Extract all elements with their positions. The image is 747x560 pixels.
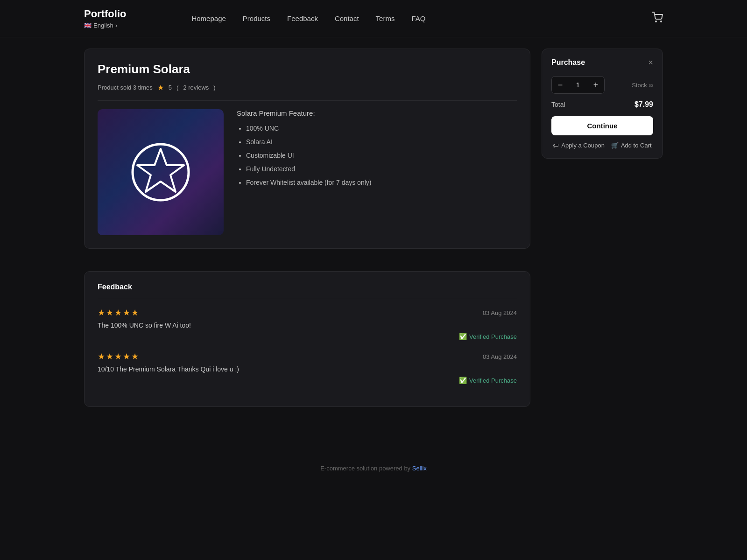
star-icon: ★ (157, 83, 164, 92)
continue-button[interactable]: Continue (551, 116, 653, 135)
purchase-panel: Purchase × − 1 + Stock ∞ Total $7.99 Con… (542, 49, 663, 159)
cart-add-icon: 🛒 (611, 142, 619, 149)
purchase-header: Purchase × (551, 58, 653, 67)
review-date: 03 Aug 2024 (483, 309, 517, 316)
review-stars: ★★★★★ (98, 308, 140, 318)
total-price: $7.99 (634, 100, 653, 109)
nav-link-terms[interactable]: Terms (376, 14, 395, 22)
stock-symbol: ∞ (649, 82, 653, 89)
footer-text: E-commerce solution powered by (320, 465, 410, 472)
language-selector[interactable]: 🇬🇧 English › (84, 22, 126, 29)
lang-flag: 🇬🇧 (84, 22, 92, 29)
features-list: 100% UNCSolara AICustomizable UIFully Un… (237, 124, 371, 188)
product-rating: 5 (169, 84, 172, 91)
lang-label: English (93, 22, 113, 29)
stock-label: Stock (632, 82, 647, 89)
feature-item: Customizable UI (246, 151, 371, 161)
verified-badge: ✅ Verified Purchase (98, 377, 517, 384)
nav-link-feedback[interactable]: Feedback (287, 14, 318, 22)
nav-links: Homepage Products Feedback Contact Terms… (191, 14, 652, 23)
product-features: Solara Premium Feature: 100% UNCSolara A… (237, 109, 371, 235)
nav-link-faq[interactable]: FAQ (411, 14, 425, 22)
verified-badge: ✅ Verified Purchase (98, 333, 517, 340)
purchase-actions: 🏷 Apply a Coupon 🛒 Add to Cart (551, 142, 653, 149)
review-count-value: 2 reviews (183, 84, 209, 91)
svg-point-0 (655, 21, 656, 22)
apply-coupon-link[interactable]: 🏷 Apply a Coupon (553, 142, 605, 149)
add-to-cart-label: Add to Cart (621, 142, 652, 149)
footer-brand-link[interactable]: Sellix (412, 465, 427, 472)
brand-title: Portfolio (84, 8, 126, 20)
review-count: ( (176, 84, 178, 91)
tag-icon: 🏷 (553, 142, 559, 149)
review-date: 03 Aug 2024 (483, 353, 517, 360)
review-text: The 100% UNC so fire W Ai too! (98, 322, 517, 329)
check-circle-icon: ✅ (459, 333, 467, 340)
close-button[interactable]: × (648, 58, 653, 67)
verified-label: Verified Purchase (469, 333, 517, 340)
nav-link-contact[interactable]: Contact (335, 14, 359, 22)
divider (98, 100, 517, 101)
total-label: Total (551, 101, 565, 108)
total-row: Total $7.99 (551, 100, 653, 109)
feature-item: Forever Whitelist available (for 7 days … (246, 178, 371, 188)
product-image (98, 109, 224, 235)
stock-info: Stock ∞ (632, 82, 653, 89)
features-title: Solara Premium Feature: (237, 109, 371, 117)
svg-point-2 (133, 144, 189, 200)
review-header: ★★★★★ 03 Aug 2024 (98, 308, 517, 318)
review-header: ★★★★★ 03 Aug 2024 (98, 351, 517, 362)
reviews-container: ★★★★★ 03 Aug 2024 The 100% UNC so fire W… (98, 308, 517, 384)
product-title: Premium Solara (98, 62, 517, 77)
verified-label: Verified Purchase (469, 377, 517, 384)
chevron-right-icon: › (115, 22, 117, 29)
cart-icon[interactable] (652, 12, 663, 26)
footer: E-commerce solution powered by Sellix (0, 446, 747, 490)
brand-logo[interactable]: Portfolio 🇬🇧 English › (84, 8, 126, 29)
svg-marker-3 (137, 149, 184, 192)
purchase-title: Purchase (551, 58, 585, 67)
review-text: 10/10 The Premium Solara Thanks Qui i lo… (98, 365, 517, 373)
nav-link-homepage[interactable]: Homepage (191, 14, 226, 22)
feature-item: Fully Undetected (246, 164, 371, 174)
check-circle-icon: ✅ (459, 377, 467, 384)
quantity-control[interactable]: − 1 + (551, 76, 605, 94)
feature-item: Solara AI (246, 137, 371, 147)
review-stars: ★★★★★ (98, 351, 140, 362)
quantity-increase-button[interactable]: + (587, 77, 604, 93)
quantity-decrease-button[interactable]: − (552, 77, 569, 93)
review-item: ★★★★★ 03 Aug 2024 10/10 The Premium Sola… (98, 351, 517, 384)
product-meta: Product sold 3 times ★ 5 (2 reviews) (98, 83, 517, 92)
sold-count: Product sold 3 times (98, 84, 153, 91)
product-content: Solara Premium Feature: 100% UNCSolara A… (98, 109, 517, 235)
feedback-title: Feedback (98, 283, 517, 298)
feedback-section: Feedback ★★★★★ 03 Aug 2024 The 100% UNC … (84, 271, 530, 407)
quantity-value: 1 (569, 81, 587, 89)
feature-item: 100% UNC (246, 124, 371, 133)
product-card: Premium Solara Product sold 3 times ★ 5 … (84, 49, 530, 249)
add-to-cart-link[interactable]: 🛒 Add to Cart (611, 142, 652, 149)
review-item: ★★★★★ 03 Aug 2024 The 100% UNC so fire W… (98, 308, 517, 340)
svg-point-1 (661, 21, 662, 22)
quantity-row: − 1 + Stock ∞ (551, 76, 653, 94)
nav-link-products[interactable]: Products (243, 14, 270, 22)
apply-coupon-label: Apply a Coupon (561, 142, 605, 149)
